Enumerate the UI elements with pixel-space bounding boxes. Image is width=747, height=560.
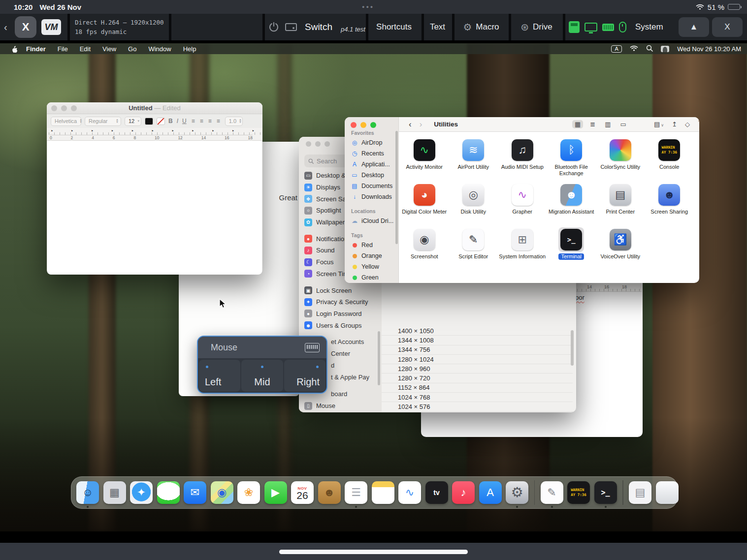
- switch-label[interactable]: Switch: [305, 22, 332, 32]
- resolution-option[interactable]: 1152 × 864: [382, 383, 573, 393]
- resolution-option[interactable]: 1280 × 960: [382, 364, 573, 373]
- app-icon[interactable]: ☻: [560, 184, 582, 206]
- alignment-button[interactable]: ≡: [190, 118, 196, 124]
- finder-app[interactable]: ◕ Digital Color Meter: [400, 183, 449, 227]
- dock-app-icon[interactable]: [157, 481, 180, 504]
- calendar-icon[interactable]: NOV 26: [291, 481, 314, 504]
- close-window-icon[interactable]: [351, 122, 357, 128]
- notes[interactable]: [372, 481, 394, 504]
- sidebar-item[interactable]: ▭ Desktop: [345, 170, 398, 181]
- sidebar-scrollbar[interactable]: [395, 131, 398, 244]
- menu-item[interactable]: Go: [128, 45, 136, 53]
- switch-control[interactable]: Switch p4.1 test: [268, 14, 365, 40]
- menu-item[interactable]: File: [58, 45, 68, 53]
- resolution-option[interactable]: 1280 × 720: [382, 373, 573, 383]
- settings-nav-item[interactable]: ▯ Mouse: [301, 400, 381, 412]
- font-style-popup[interactable]: Regular▲▼: [85, 117, 121, 126]
- forward-button[interactable]: ›: [420, 120, 422, 129]
- input-source-badge[interactable]: A: [611, 45, 622, 53]
- settings-nav-item[interactable]: ● Login Password: [301, 308, 381, 320]
- apple-tv[interactable]: tv: [425, 481, 448, 504]
- window-controls[interactable]: [51, 105, 77, 111]
- finder-app[interactable]: WARNIN AY 7:36 Console: [645, 138, 694, 183]
- system-settings[interactable]: ⚙: [506, 481, 528, 504]
- back-chevron-icon[interactable]: ‹: [4, 14, 7, 40]
- wifi-menu-icon[interactable]: [630, 45, 638, 53]
- alignment-button[interactable]: ≡: [207, 118, 213, 124]
- dock-app-icon[interactable]: ✉: [184, 481, 206, 504]
- app-icon[interactable]: ᛒ: [560, 139, 582, 161]
- mouse-control-panel[interactable]: Mouse Left Mid: [197, 336, 327, 394]
- freeform[interactable]: ∿: [398, 481, 421, 504]
- dock-item-icon[interactable]: ▤: [629, 481, 651, 504]
- finder-app[interactable]: ≋ AirPort Utility: [449, 138, 498, 183]
- finder-app[interactable]: ♫ Audio MIDI Setup: [498, 138, 547, 183]
- app-icon[interactable]: >_: [560, 229, 582, 250]
- dock-app-icon[interactable]: A: [479, 481, 502, 504]
- shortcuts-button[interactable]: Shortcuts: [367, 14, 421, 40]
- dock-app-icon[interactable]: tv: [425, 481, 448, 504]
- resolution-option[interactable]: 1400 × 1050: [382, 326, 573, 336]
- sidebar-item[interactable]: ◷ Recents: [345, 148, 398, 159]
- sidebar-item[interactable]: ☁ iCloud Dri...: [345, 216, 398, 226]
- app-icon[interactable]: ◎: [462, 184, 484, 206]
- settings-nav-item[interactable]: ✦ Privacy & Security: [301, 296, 381, 308]
- dock-app-icon[interactable]: ❀: [237, 481, 260, 504]
- finder-app[interactable]: ☻ Screen Sharing: [645, 183, 694, 227]
- finder-app[interactable]: ∿ Activity Monitor: [400, 138, 449, 183]
- mouse-icon[interactable]: [619, 22, 626, 32]
- close-toolbar-button[interactable]: X: [712, 14, 743, 40]
- close-window-icon[interactable]: [51, 105, 57, 111]
- sidebar-item[interactable]: ↓ Downloads: [345, 191, 398, 202]
- dock-app-icon[interactable]: ▶: [264, 481, 287, 504]
- app-icon[interactable]: ✎: [462, 229, 484, 250]
- launchpad[interactable]: ▦: [103, 481, 126, 504]
- spotlight-search-icon[interactable]: [646, 45, 653, 53]
- style-button[interactable]: B: [168, 118, 173, 124]
- contacts[interactable]: ☻: [318, 481, 341, 504]
- close-window-icon[interactable]: [306, 141, 311, 147]
- share-icon[interactable]: ↥: [672, 121, 677, 128]
- app-icon[interactable]: ◕: [414, 184, 435, 206]
- style-button[interactable]: I: [177, 118, 178, 124]
- app-icon[interactable]: WARNIN AY 7:36: [658, 139, 680, 161]
- dock-app-icon[interactable]: ▦: [103, 481, 126, 504]
- safari[interactable]: ✦: [130, 481, 153, 504]
- dock-app-icon[interactable]: ♪: [452, 481, 475, 504]
- app-store[interactable]: A: [479, 481, 502, 504]
- ruler[interactable]: ‣‣‣‣‣‣‣‣‣‣‣ 024681012141618: [47, 128, 262, 141]
- messages[interactable]: [157, 481, 180, 504]
- finder-app[interactable]: ▤ Print Center: [596, 183, 645, 227]
- app-menu-finder[interactable]: Finder: [26, 45, 46, 53]
- dock-item-icon[interactable]: [656, 481, 679, 504]
- finder-app[interactable]: ColorSync Utility: [596, 138, 645, 183]
- photos[interactable]: ❀: [237, 481, 260, 504]
- app-icon[interactable]: ◉: [414, 229, 435, 250]
- music[interactable]: ♪: [452, 481, 475, 504]
- finder-app[interactable]: ∿ Grapher: [498, 183, 547, 227]
- power-icon[interactable]: [268, 22, 279, 32]
- macro-button[interactable]: ⚙ Macro: [454, 14, 508, 40]
- ethernet-icon[interactable]: [569, 21, 580, 33]
- app-icon[interactable]: ⊞: [512, 229, 533, 250]
- alignment-button[interactable]: ≡: [198, 118, 205, 124]
- dock-app-icon[interactable]: [372, 481, 394, 504]
- app-icon[interactable]: ♫: [512, 139, 533, 161]
- alignment-button[interactable]: ≡: [215, 118, 222, 124]
- finder-app[interactable]: ◎ Disk Utility: [449, 183, 498, 227]
- back-button[interactable]: ‹: [409, 120, 412, 129]
- view-button[interactable]: ▥: [602, 120, 613, 128]
- sidebar-item[interactable]: A Applicati...: [345, 159, 398, 170]
- dock-app-icon[interactable]: ∿: [398, 481, 421, 504]
- textedit-titlebar[interactable]: Untitled — Edited: [47, 102, 262, 114]
- zoom-window-icon[interactable]: [370, 122, 376, 128]
- mouse-button[interactable]: Left: [199, 360, 240, 392]
- app-icon[interactable]: ≋: [462, 139, 484, 161]
- finder-app[interactable]: ◉ Screenshot: [400, 227, 449, 272]
- mouse-button[interactable]: Mid: [241, 360, 283, 392]
- resolution-list-scrollbar[interactable]: [571, 330, 574, 366]
- keyboard-icon[interactable]: [305, 343, 320, 352]
- menu-item[interactable]: Edit: [80, 45, 91, 53]
- finder-app[interactable]: ✎ Script Editor: [449, 227, 498, 272]
- textedit-window[interactable]: Untitled — Edited Helvetica▲▼ Regular▲▼ …: [47, 102, 262, 275]
